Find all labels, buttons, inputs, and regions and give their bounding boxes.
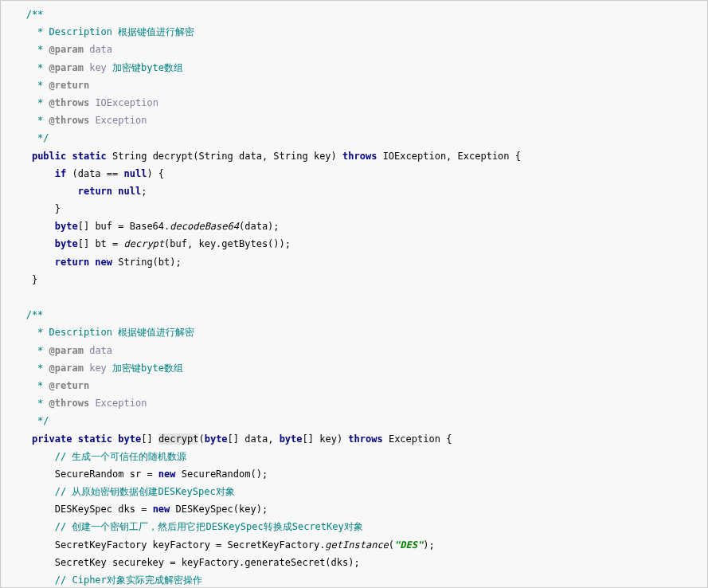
code-text: ( [389,539,394,551]
javadoc-param-name: key [84,363,112,374]
code-line: DESKeySpec dks = new DESKeySpec(key); [2,500,706,518]
javadoc-star: * [9,44,49,55]
code-block: /** * Description 根据键值进行解密 * @param data… [0,0,708,588]
indent [9,186,78,197]
code-line: // 创建一个密钥工厂，然后用它把DESKeySpec转换成SecretKey对… [2,518,706,535]
javadoc-star: * [9,62,49,73]
javadoc-star: * [9,363,49,374]
indent [9,151,32,162]
code-text: (buf, key.getBytes()); [164,238,291,249]
javadoc-tag-param: @param [49,44,84,55]
code-line: * @throws IOException [2,94,706,112]
kw-byte: byte [280,433,303,445]
javadoc-param-desc: 加密键byte数组 [112,62,183,73]
code-line: private static byte[] decrypt(byte[] dat… [2,430,706,448]
kw-throws: throws [342,151,377,162]
code-text: ( [198,433,204,445]
javadoc-throws-type: Exception [89,115,147,126]
code-line: // 从原始密钥数据创建DESKeySpec对象 [2,483,706,500]
code-text: (data); [239,221,280,232]
kw-if: if [55,168,66,179]
javadoc-star: * [9,398,49,409]
code-line: */ [2,129,706,147]
javadoc-start: /** [9,309,43,320]
indent [9,574,55,586]
javadoc-param-name: data [84,44,112,55]
code-text: (data == [66,168,123,179]
code-line: return new String(bt); [2,253,706,271]
javadoc-tag-param: @param [49,363,84,374]
code-line: * @param key 加密键byte数组 [2,59,706,76]
line-comment: // 从原始密钥数据创建DESKeySpec对象 [55,486,235,497]
code-line: * @return [2,377,706,394]
code-line: // 生成一个可信任的随机数源 [2,448,706,465]
code-line: */ [2,412,706,429]
line-comment: // 创建一个密钥工厂，然后用它把DESKeySpec转换成SecretKey对… [55,521,363,532]
javadoc-star: * [9,97,49,108]
kw-return-null: return null [78,186,141,197]
code-text: SecretKey securekey = keyFactory.generat… [9,557,360,568]
code-line: return null; [2,182,706,200]
method-call: decodeBase64 [170,221,239,232]
javadoc-desc: 根据键值进行解密 [118,26,194,37]
code-line: * @throws Exception [2,112,706,129]
code-text: } [9,274,37,285]
kw-public-static: public static [32,151,107,162]
kw-byte: byte [55,238,78,249]
code-line: } [2,271,706,288]
javadoc-end: */ [9,132,49,143]
indent [9,486,55,497]
javadoc-tag-return: @return [49,380,90,391]
code-text: String(bt); [112,257,182,268]
string-literal: "DES" [394,539,423,551]
code-line: /** [2,6,706,23]
indent [9,221,55,232]
javadoc-desc: 根据键值进行解密 [118,327,194,338]
line-comment: // 生成一个可信任的随机数源 [55,451,187,462]
code-line: * Description 根据键值进行解密 [2,23,706,41]
javadoc-tag-param: @param [49,345,84,356]
code-text: } [9,203,61,214]
code-text: [] bt = [78,238,124,249]
kw-byte: byte [205,433,228,445]
javadoc-start: /** [9,9,43,20]
code-text: DESKeySpec dks = [9,504,153,515]
indent [9,433,32,445]
code-text: [] key) [303,433,349,445]
code-line: byte[] buf = Base64.decodeBase64(data); [2,218,706,235]
kw-new: new [158,468,176,480]
javadoc-text: * Description [9,26,118,37]
javadoc-tag-param: @param [49,62,84,73]
code-text: [] data, [228,433,280,445]
kw-return-new: return new [55,257,112,268]
code-text: ); [423,539,434,551]
javadoc-star: * [9,115,49,126]
code-line: } [2,200,706,218]
code-text: ) { [147,168,164,179]
kw-private-static-byte: private static byte [32,433,141,445]
javadoc-star: * [9,380,49,391]
kw-byte: byte [55,221,78,232]
kw-throws: throws [348,433,382,445]
method-name-highlight: decrypt [158,433,199,445]
javadoc-text: * Description [9,327,118,338]
code-line: // Cipher对象实际完成解密操作 [2,571,706,588]
code-text: SecureRandom(); [176,468,268,480]
code-text: ; [141,186,147,197]
javadoc-tag-throws: @throws [49,398,90,409]
javadoc-param-desc: 加密键byte数组 [112,363,183,374]
code-line: * Description 根据键值进行解密 [2,323,706,341]
code-text: SecretKeyFactory keyFactory = SecretKeyF… [9,539,325,551]
javadoc-star: * [9,80,49,91]
code-line: SecureRandom sr = new SecureRandom(); [2,465,706,483]
javadoc-throws-type: Exception [89,398,147,409]
code-text: DESKeySpec(key); [170,504,268,515]
code-line: SecretKey securekey = keyFactory.generat… [2,554,706,571]
code-line: byte[] bt = decrypt(buf, key.getBytes())… [2,235,706,253]
code-line: * @return [2,76,706,94]
kw-new: new [153,504,170,515]
javadoc-param-name: data [84,345,112,356]
javadoc-tag-throws: @throws [49,97,90,108]
code-line: * @throws Exception [2,394,706,412]
code-line: /** [2,306,706,323]
